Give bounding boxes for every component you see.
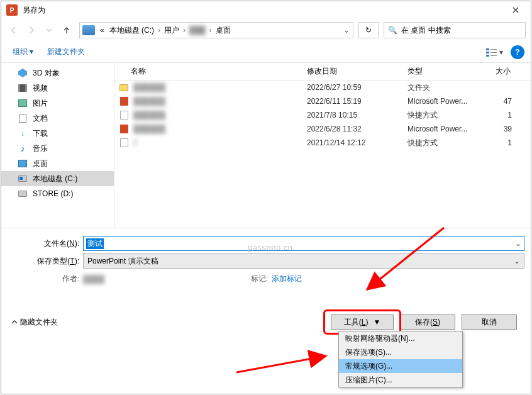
sidebar-label: 文档: [33, 113, 48, 124]
chevron-down-icon: [45, 26, 53, 35]
svg-rect-5: [490, 55, 497, 56]
file-list-header: 名称 修改日期 类型 大小: [114, 63, 531, 81]
sidebar-item-3d[interactable]: 3D 对象: [1, 65, 114, 81]
svg-rect-3: [490, 52, 497, 53]
sidebar-item-drive-c[interactable]: 本地磁盘 (C:): [1, 171, 114, 186]
window-title: 另存为: [21, 5, 501, 16]
sidebar-item-music[interactable]: ♪音乐: [1, 141, 114, 156]
address-dropdown[interactable]: ⌄: [340, 26, 353, 35]
file-size: 1: [496, 138, 531, 147]
add-tag-link[interactable]: 添加标记: [272, 274, 302, 284]
sidebar-label: 视频: [33, 83, 48, 94]
refresh-icon: ↻: [365, 26, 372, 35]
file-row[interactable]: ██████2022/6/28 11:32Microsoft Power...3…: [114, 122, 531, 136]
sidebar-item-drive-d[interactable]: STORE (D:): [1, 186, 114, 201]
file-date: 2021/7/8 10:15: [307, 111, 407, 120]
sidebar-label: STORE (D:): [33, 189, 73, 198]
file-date: 2022/6/11 15:19: [307, 97, 407, 106]
tools-button[interactable]: 工具(L) ▼: [331, 314, 394, 330]
filetype-select[interactable]: PowerPoint 演示文稿 ⌄: [83, 253, 524, 269]
sidebar-item-desktop[interactable]: 桌面: [1, 156, 114, 171]
type-label: 保存类型(T):: [4, 256, 83, 267]
col-size[interactable]: 大小: [496, 66, 531, 77]
dropdown-icon[interactable]: ⌄: [514, 257, 520, 265]
crumb-redacted[interactable]: ███: [187, 26, 208, 35]
pictures-icon: [18, 99, 27, 107]
file-row[interactable]: ██████2022/6/27 10:59文件夹: [114, 81, 531, 94]
crumb[interactable]: 桌面: [213, 25, 233, 36]
search-placeholder: 在 桌面 中搜索: [401, 25, 451, 36]
tools-menu-map-drive[interactable]: 映射网络驱动器(N)...: [339, 331, 462, 345]
file-icon: [118, 124, 130, 134]
col-type[interactable]: 类型: [407, 66, 496, 77]
filetype-value: PowerPoint 演示文稿: [87, 256, 158, 267]
refresh-button[interactable]: ↻: [358, 22, 379, 38]
documents-icon: [19, 114, 26, 123]
close-icon: [513, 7, 519, 13]
file-size: 47: [496, 97, 531, 106]
app-icon: [6, 4, 18, 16]
view-mode-button[interactable]: ▾: [483, 45, 506, 59]
crumb[interactable]: 本地磁盘 (C:): [107, 25, 157, 36]
file-list[interactable]: ██████2022/6/27 10:59文件夹██████2022/6/11 …: [114, 81, 531, 228]
drive-icon: [82, 25, 95, 35]
tools-menu-general-options[interactable]: 常规选项(G)...: [339, 359, 462, 373]
tag-label: 标记:: [240, 274, 272, 284]
tools-menu-compress[interactable]: 压缩图片(C)...: [339, 373, 462, 387]
new-folder-button[interactable]: 新建文件夹: [42, 44, 90, 60]
sidebar-item-documents[interactable]: 文档: [1, 111, 114, 126]
file-type: 文件夹: [407, 82, 496, 93]
save-button[interactable]: 保存(S): [400, 314, 455, 330]
file-row[interactable]: ██████2021/7/8 10:15快捷方式1: [114, 108, 531, 122]
file-name: ██████: [133, 125, 307, 133]
crumb[interactable]: 用户: [162, 25, 182, 36]
file-size: 39: [496, 125, 531, 133]
filename-input[interactable]: 测试 ⌄: [83, 236, 524, 251]
sidebar-item-video[interactable]: 视频: [1, 81, 114, 96]
file-type: Microsoft Power...: [407, 125, 496, 133]
filename-label: 文件名(N):: [4, 238, 83, 249]
chevron-right-icon: ›: [208, 26, 213, 35]
crumb[interactable]: «: [97, 26, 107, 35]
cancel-button[interactable]: 取消: [462, 314, 517, 330]
hide-folders-toggle[interactable]: 隐藏文件夹: [11, 317, 58, 328]
svg-rect-2: [486, 52, 489, 53]
tools-menu-save-options[interactable]: 保存选项(S)...: [339, 345, 462, 359]
nav-forward-button[interactable]: [24, 23, 39, 38]
organize-button[interactable]: 组织 ▾: [8, 44, 38, 60]
dropdown-icon[interactable]: ⌄: [515, 239, 521, 248]
nav-up-button[interactable]: [59, 23, 74, 38]
3d-icon: [18, 69, 27, 77]
col-name[interactable]: 名称: [118, 66, 307, 77]
col-date[interactable]: 修改日期: [307, 66, 407, 77]
sidebar-label: 3D 对象: [33, 68, 60, 79]
search-input[interactable]: 🔍 在 桌面 中搜索: [384, 22, 526, 38]
sidebar-item-downloads[interactable]: ↓下载: [1, 126, 114, 141]
desktop-icon: [18, 160, 27, 167]
address-bar[interactable]: « 本地磁盘 (C:) › 用户 › ███ › 桌面 ⌄: [79, 22, 353, 38]
help-button[interactable]: ?: [511, 45, 524, 59]
arrow-right-icon: [27, 26, 36, 35]
sidebar-label: 音乐: [33, 143, 48, 154]
file-row[interactable]: E2021/12/14 12:12快捷方式1: [114, 136, 531, 150]
file-size: 1: [496, 111, 531, 120]
downloads-icon: ↓: [21, 129, 25, 138]
file-row[interactable]: ██████2022/6/11 15:19Microsoft Power...4…: [114, 94, 531, 108]
author-value[interactable]: ████: [83, 275, 171, 284]
svg-rect-1: [490, 49, 497, 50]
file-icon: [118, 82, 130, 92]
chevron-up-icon: [11, 319, 18, 325]
arrow-left-icon: [9, 26, 18, 35]
file-type: 快捷方式: [407, 138, 496, 148]
drive-icon: [18, 191, 27, 197]
file-name: ██████: [133, 97, 307, 106]
svg-line-7: [236, 356, 326, 372]
file-date: 2022/6/28 11:32: [307, 125, 407, 133]
close-button[interactable]: [501, 1, 529, 19]
file-icon: [118, 138, 130, 148]
nav-back-button[interactable]: [6, 23, 21, 38]
svg-rect-4: [486, 55, 489, 57]
chevron-right-icon: ›: [157, 26, 162, 35]
nav-recent-button[interactable]: [42, 23, 57, 38]
sidebar-item-pictures[interactable]: 图片: [1, 96, 114, 111]
